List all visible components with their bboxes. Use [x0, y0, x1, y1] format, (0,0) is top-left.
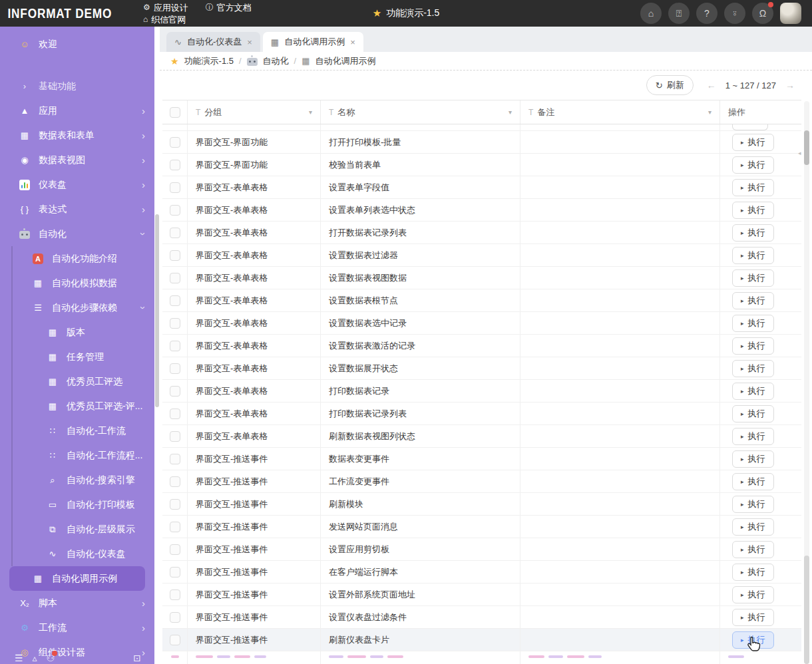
- bot-button[interactable]: ⍤: [724, 3, 745, 24]
- row-checkbox[interactable]: [170, 612, 180, 623]
- row-checkbox[interactable]: [170, 295, 180, 306]
- run-button[interactable]: ▸执行: [732, 247, 774, 264]
- chevron-right-icon[interactable]: ›: [142, 155, 145, 165]
- table-row[interactable]: 界面交互-推送事件发送网站页面消息▸执行: [162, 516, 801, 538]
- run-button[interactable]: ▸执行: [732, 179, 774, 196]
- menu-official-site[interactable]: ⌂ 织信官网: [143, 14, 186, 25]
- table-row[interactable]: 界面交互-界面功能打开打印模板-批量▸执行: [162, 131, 801, 154]
- row-checkbox[interactable]: [170, 522, 180, 532]
- sidebar-item-自动化步骤依赖[interactable]: ☰自动化步骤依赖›: [9, 295, 145, 320]
- prev-page-icon[interactable]: ←: [707, 80, 716, 90]
- table-row[interactable]: 界面交互-界面功能校验当前表单▸执行: [162, 154, 801, 176]
- run-button[interactable]: ▸执行: [732, 541, 774, 558]
- row-checkbox[interactable]: [170, 182, 180, 193]
- run-button[interactable]: ▸执行: [732, 473, 774, 490]
- table-row[interactable]: 界面交互-推送事件设置外部系统页面地址▸执行: [162, 583, 801, 606]
- row-checkbox[interactable]: [170, 476, 180, 487]
- sidebar-item-自动化功能介绍[interactable]: A自动化功能介绍: [9, 246, 145, 271]
- scrollbar-thumb-upper[interactable]: [804, 130, 809, 165]
- row-checkbox[interactable]: [170, 363, 180, 374]
- sidebar-item-自动化-仪表盘[interactable]: ∿自动化-仪表盘: [9, 542, 145, 566]
- chevron-right-icon[interactable]: ›: [142, 598, 145, 608]
- run-button[interactable]: ▸执行: [732, 202, 774, 219]
- run-button[interactable]: ▸执行: [732, 292, 774, 309]
- chevron-down-icon[interactable]: ▾: [708, 108, 711, 116]
- row-checkbox[interactable]: [170, 544, 180, 555]
- table-row[interactable]: 界面交互-表单表格设置数据表过滤器▸执行: [162, 244, 801, 267]
- row-checkbox[interactable]: [170, 205, 180, 216]
- sidebar-item-自动化-工作流程...[interactable]: ∷自动化-工作流程...: [9, 443, 145, 468]
- run-button[interactable]: ▸执行: [732, 405, 774, 422]
- profile-icon[interactable]: ⚇: [47, 653, 55, 663]
- row-checkbox[interactable]: [170, 635, 180, 645]
- select-all-checkbox[interactable]: [170, 107, 180, 118]
- table-row[interactable]: 界面交互-表单表格设置数据表视图数据▸执行: [162, 267, 801, 289]
- table-row[interactable]: 界面交互-表单表格刷新数据表视图列状态▸执行: [162, 425, 801, 448]
- chevron-right-icon[interactable]: ›: [142, 130, 145, 140]
- column-header-name[interactable]: T 名称 ▾: [321, 100, 520, 124]
- table-row[interactable]: 界面交互-表单表格设置表单字段值▸执行: [162, 176, 801, 199]
- run-button[interactable]: ▸执行: [732, 564, 774, 581]
- row-checkbox[interactable]: [170, 431, 180, 442]
- chevron-right-icon[interactable]: ›: [142, 106, 145, 116]
- row-checkbox[interactable]: [170, 137, 180, 148]
- table-row[interactable]: 界面交互-推送事件工作流变更事件▸执行: [162, 470, 801, 493]
- menu-app-design[interactable]: ⚙ 应用设计: [143, 2, 188, 13]
- next-page-icon[interactable]: →: [785, 80, 795, 90]
- row-checkbox[interactable]: [170, 386, 180, 397]
- sidebar-item-自动化模拟数据[interactable]: ▦自动化模拟数据: [9, 271, 145, 295]
- row-checkbox[interactable]: [170, 341, 180, 351]
- chevron-down-icon[interactable]: ›: [138, 306, 148, 309]
- sidebar-item-基础功能[interactable]: ›基础功能: [9, 74, 145, 98]
- panel-collapse-icon[interactable]: ◂: [798, 150, 801, 156]
- row-checkbox[interactable]: [170, 228, 180, 238]
- refresh-button[interactable]: ↻ 刷新: [646, 75, 694, 95]
- sidebar-item-自动化[interactable]: 自动化›: [9, 222, 145, 246]
- run-button[interactable]: ▸执行: [732, 360, 774, 377]
- row-checkbox[interactable]: [170, 250, 180, 261]
- sidebar-scrollbar[interactable]: [154, 27, 160, 664]
- table-row[interactable]: 界面交互-表单表格设置数据表根节点▸执行: [162, 289, 801, 312]
- bell-button[interactable]: Ω: [752, 3, 773, 24]
- sidebar-item-自动化调用示例[interactable]: ▦自动化调用示例: [9, 566, 145, 591]
- run-button[interactable]: ▸执行: [732, 315, 774, 332]
- close-icon[interactable]: ×: [350, 37, 355, 47]
- table-row[interactable]: 界面交互-表单表格设置数据表激活的记录▸执行: [162, 335, 801, 357]
- sidebar-item-应用[interactable]: ▲应用›: [9, 98, 145, 123]
- table-row[interactable]: 界面交互-推送事件设置仪表盘过滤条件▸执行: [162, 606, 801, 629]
- table-row[interactable]: 界面交互-推送事件刷新仪表盘卡片▸执行: [162, 629, 801, 651]
- chevron-right-icon[interactable]: ›: [142, 623, 145, 633]
- run-button[interactable]: ▸执行: [732, 450, 774, 468]
- menu-lines-icon[interactable]: ☰: [15, 653, 23, 663]
- sidebar-item-自动化-搜索引擎[interactable]: ⌕自动化-搜索引擎: [9, 468, 145, 492]
- row-checkbox[interactable]: [170, 318, 180, 329]
- sidebar-item-脚本[interactable]: X₂脚本›: [9, 591, 145, 615]
- table-row[interactable]: 界面交互-表单表格打印数据表记录列表▸执行: [162, 403, 801, 425]
- table-row[interactable]: 界面交互-表单表格打印数据表记录▸执行: [162, 380, 801, 403]
- row-checkbox[interactable]: [170, 273, 180, 283]
- sidebar-item-工作流[interactable]: ⚙工作流›: [9, 615, 145, 640]
- sidebar-item-优秀员工评选[interactable]: ▦优秀员工评选: [9, 369, 145, 394]
- chevron-down-icon[interactable]: ›: [138, 232, 148, 236]
- collapse-panel-icon[interactable]: ⊡: [133, 653, 141, 663]
- row-checkbox[interactable]: [170, 567, 180, 578]
- run-button[interactable]: ▸执行: [732, 609, 774, 626]
- chevron-right-icon[interactable]: ›: [142, 180, 145, 190]
- close-icon[interactable]: ×: [247, 37, 252, 47]
- column-header-note[interactable]: T 备注 ▾: [520, 100, 720, 124]
- sidebar-item-版本[interactable]: ▦版本: [9, 320, 145, 345]
- run-button[interactable]: ▸执行: [732, 586, 774, 603]
- sidebar-item-数据表和表单[interactable]: ▦数据表和表单›: [9, 123, 145, 148]
- run-button[interactable]: ▸执行: [732, 383, 774, 400]
- breadcrumb-item[interactable]: 功能演示-1.5: [184, 55, 234, 67]
- row-checkbox[interactable]: [170, 160, 180, 170]
- sidebar-item-自动化-层级展示[interactable]: ⧉自动化-层级展示: [9, 517, 145, 542]
- table-row[interactable]: 界面交互-推送事件数据表变更事件▸执行: [162, 448, 801, 470]
- font-icon[interactable]: ▵: [33, 653, 37, 663]
- sidebar-item-表达式[interactable]: { }表达式›: [9, 197, 145, 222]
- table-row[interactable]: 界面交互-表单表格设置数据展开状态▸执行: [162, 357, 801, 380]
- row-checkbox[interactable]: [170, 499, 180, 510]
- sidebar-item-自动化-工作流[interactable]: ∷自动化-工作流: [9, 418, 145, 443]
- table-row[interactable]: 界面交互-表单表格设置数据表选中记录▸执行: [162, 312, 801, 335]
- menu-official-docs[interactable]: ⓘ 官方文档: [206, 2, 252, 13]
